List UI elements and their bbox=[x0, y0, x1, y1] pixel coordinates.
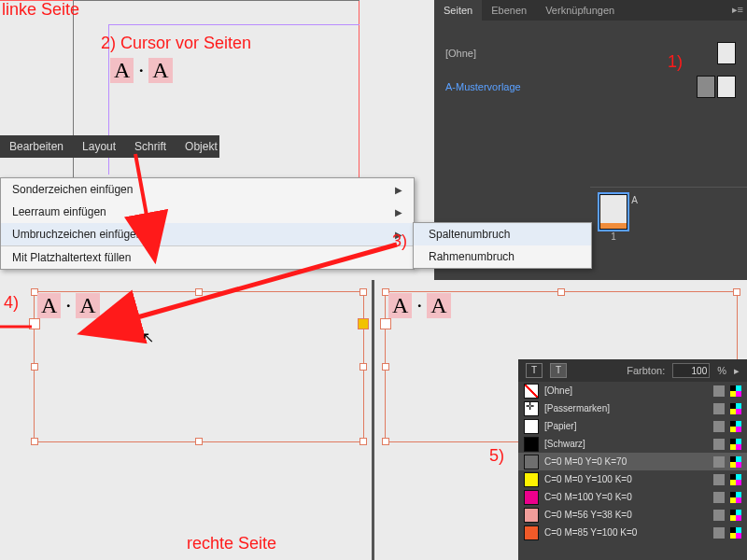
swatch-name: C=0 M=56 Y=38 K=0 bbox=[544, 510, 708, 520]
swatch-row[interactable]: [Papier] bbox=[518, 417, 747, 435]
menu-layout[interactable]: Layout bbox=[73, 140, 125, 153]
page-thumbnail-1[interactable]: A 1 bbox=[599, 194, 627, 230]
swatch-row[interactable]: [Schwarz] bbox=[518, 435, 747, 453]
swatch-chip bbox=[524, 419, 539, 434]
page-number-marker-left: A·A bbox=[110, 58, 173, 83]
swatch-name: [Ohne] bbox=[544, 385, 708, 396]
app-menubar: Bearbeiten Layout Schrift Objekt bbox=[0, 135, 219, 158]
panel-flyout-icon[interactable]: ▸≡ bbox=[732, 4, 743, 16]
page-number-marker-frame-left: A·A bbox=[37, 293, 100, 318]
swatch-row[interactable]: C=0 M=0 Y=100 K=0 bbox=[518, 470, 747, 488]
swatch-type-icon bbox=[713, 403, 725, 414]
annotation-4: 4) bbox=[4, 293, 19, 313]
in-port[interactable] bbox=[380, 318, 391, 329]
swatch-name: C=0 M=85 Y=100 K=0 bbox=[544, 527, 708, 538]
menu-item-whitespace[interactable]: Leerraum einfügen▶ bbox=[1, 201, 414, 223]
panel-tab-strip: Seiten Ebenen Verknüpfungen bbox=[434, 0, 747, 21]
color-mode-icon bbox=[730, 510, 741, 521]
swatch-chip bbox=[524, 384, 539, 399]
master-none-row[interactable]: [Ohne] bbox=[445, 43, 736, 63]
break-submenu: Spaltenumbruch Rahmenumbruch bbox=[413, 222, 592, 269]
swatches-panel: T T Farbton: % ▸ [Ohne][Passermarken][Pa… bbox=[518, 359, 747, 560]
annotation-rechte-seite: rechte Seite bbox=[187, 534, 276, 553]
color-mode-icon bbox=[730, 439, 741, 450]
swatch-chip bbox=[524, 401, 539, 416]
page-number-marker-frame-right: A·A bbox=[388, 293, 451, 318]
submenu-arrow-icon: ▶ bbox=[395, 230, 402, 240]
menu-item-special-characters[interactable]: Sonderzeichen einfügen▶ bbox=[1, 178, 414, 201]
tab-pages[interactable]: Seiten bbox=[434, 0, 482, 21]
swatch-row[interactable]: C=0 M=56 Y=38 K=0 bbox=[518, 506, 747, 524]
swatch-row[interactable]: C=0 M=85 Y=100 K=0 bbox=[518, 524, 747, 541]
color-mode-icon bbox=[730, 385, 741, 397]
color-mode-icon bbox=[730, 527, 741, 539]
swatch-type-icon bbox=[713, 527, 725, 539]
out-port[interactable] bbox=[358, 318, 369, 329]
swatch-type-icon bbox=[713, 474, 725, 485]
tab-layers[interactable]: Ebenen bbox=[482, 0, 536, 21]
swatch-name: C=0 M=100 Y=0 K=0 bbox=[544, 492, 708, 502]
tint-label: Farbton: bbox=[627, 365, 665, 376]
submenu-item-column-break[interactable]: Spaltenumbruch bbox=[414, 223, 591, 245]
color-mode-icon bbox=[730, 492, 741, 503]
color-mode-icon bbox=[730, 456, 741, 468]
swatch-row[interactable]: [Ohne] bbox=[518, 382, 747, 399]
submenu-arrow-icon: ▶ bbox=[395, 185, 402, 195]
color-mode-icon bbox=[730, 421, 741, 432]
tab-links[interactable]: Verknüpfungen bbox=[536, 0, 624, 21]
color-mode-icon bbox=[730, 403, 741, 414]
swatch-chip bbox=[524, 455, 539, 469]
swatch-name: [Papier] bbox=[544, 421, 708, 431]
swatch-chip bbox=[524, 472, 539, 487]
menu-item-break-characters[interactable]: Umbruchzeichen einfügen▶ bbox=[1, 223, 414, 245]
submenu-arrow-icon: ▶ bbox=[395, 207, 402, 217]
swatch-name: C=0 M=0 Y=0 K=70 bbox=[544, 456, 708, 467]
swatch-chip bbox=[524, 490, 539, 505]
stroke-proxy-icon[interactable]: T bbox=[550, 363, 567, 378]
swatch-name: C=0 M=0 Y=100 K=0 bbox=[544, 474, 708, 484]
submenu-item-frame-break[interactable]: Rahmenumbruch bbox=[414, 245, 591, 268]
swatch-list: [Ohne][Passermarken][Papier][Schwarz]C=0… bbox=[518, 382, 747, 541]
menu-item-placeholder-text[interactable]: Mit Platzhaltertext füllen bbox=[1, 245, 414, 269]
annotation-5: 5) bbox=[489, 446, 504, 466]
master-a-row[interactable]: A-Mustervorlage bbox=[445, 77, 736, 97]
swatch-row[interactable]: [Passermarken] bbox=[518, 399, 747, 417]
spread-divider bbox=[372, 280, 374, 560]
swatch-row[interactable]: C=0 M=0 Y=0 K=70 bbox=[518, 453, 747, 470]
menu-edit[interactable]: Bearbeiten bbox=[0, 140, 73, 153]
swatch-type-icon bbox=[713, 439, 725, 450]
pages-list: A 1 bbox=[590, 187, 747, 277]
swatch-type-icon bbox=[713, 492, 725, 503]
swatch-chip bbox=[524, 437, 539, 452]
swatch-row[interactable]: C=0 M=100 Y=0 K=0 bbox=[518, 488, 747, 506]
menu-object[interactable]: Objekt bbox=[176, 140, 227, 153]
swatch-chip bbox=[524, 525, 539, 540]
menu-type[interactable]: Schrift bbox=[125, 140, 176, 153]
type-menu-dropdown: Sonderzeichen einfügen▶ Leerraum einfüge… bbox=[0, 177, 415, 270]
tint-arrow-icon[interactable]: ▸ bbox=[734, 365, 740, 377]
swatch-type-icon bbox=[713, 421, 725, 432]
swatch-type-icon bbox=[713, 456, 725, 468]
tint-input[interactable] bbox=[672, 363, 710, 378]
swatch-name: [Schwarz] bbox=[544, 439, 708, 449]
swatch-type-icon bbox=[713, 385, 725, 397]
swatch-chip bbox=[524, 508, 539, 523]
swatch-name: [Passermarken] bbox=[544, 403, 708, 413]
color-mode-icon bbox=[730, 474, 741, 485]
swatch-type-icon bbox=[713, 510, 725, 521]
in-port[interactable] bbox=[29, 318, 40, 329]
fill-proxy-icon[interactable]: T bbox=[526, 363, 543, 378]
